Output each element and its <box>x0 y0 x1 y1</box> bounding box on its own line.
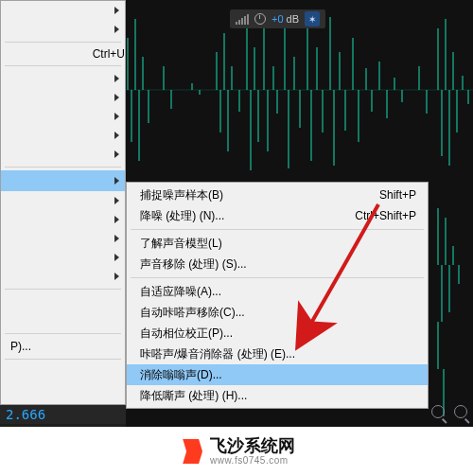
menu-item-noise-reduction[interactable] <box>1 170 125 191</box>
menu-separator <box>5 65 121 66</box>
submenu-sound-remover[interactable]: 声音移除 (处理) (S)... <box>127 254 428 274</box>
watermark-footer: 飞沙系统网 www.fs0745.com <box>0 427 473 476</box>
chevron-right-icon <box>114 197 119 204</box>
clock-icon[interactable] <box>254 13 266 25</box>
chevron-right-icon <box>114 273 119 280</box>
zoom-controls <box>431 405 467 418</box>
menu-item[interactable] <box>1 145 125 164</box>
menu-separator <box>5 42 121 43</box>
primary-context-menu[interactable]: Ctrl+U P)... <box>0 0 126 405</box>
chevron-right-icon <box>114 150 119 158</box>
chevron-right-icon <box>114 254 119 261</box>
submenu-learn-sound-model[interactable]: 了解声音模型(L) <box>127 233 428 254</box>
db-readout: +0 dB <box>272 13 299 25</box>
chevron-right-icon <box>114 216 119 223</box>
menu-item[interactable] <box>1 126 125 145</box>
menu-separator <box>131 229 424 230</box>
submenu-adaptive-noise-reduction[interactable]: 自适应降噪(A)... <box>127 281 428 302</box>
level-meter-icon <box>236 13 249 25</box>
submenu-noise-reduction-process[interactable]: 降噪 (处理) (N)... Ctrl+Shift+P <box>127 205 428 226</box>
menu-separator <box>5 359 121 360</box>
submenu-auto-phase-correction[interactable]: 自动相位校正(P)... <box>127 323 428 344</box>
chevron-right-icon <box>114 132 119 139</box>
chevron-right-icon <box>114 26 119 33</box>
zoom-out-icon[interactable] <box>431 405 445 418</box>
menu-separator <box>5 289 121 290</box>
menu-item[interactable] <box>1 88 125 107</box>
menu-separator <box>131 277 424 278</box>
menu-item[interactable] <box>1 20 125 39</box>
menu-item[interactable] <box>1 362 125 381</box>
submenu-dehummer[interactable]: 消除嗡嗡声(D)... <box>127 364 428 385</box>
pin-button[interactable]: ✶ <box>305 11 320 26</box>
submenu-click-pop-eliminator[interactable]: 咔嗒声/爆音消除器 (处理) (E)... <box>127 344 428 364</box>
watermark-url: www.fs0745.com <box>210 455 295 466</box>
menu-item[interactable] <box>1 107 125 126</box>
watermark-title: 飞沙系统网 <box>210 437 295 456</box>
submenu-auto-click-remover[interactable]: 自动咔嗒声移除(C)... <box>127 302 428 323</box>
chevron-right-icon <box>114 113 119 120</box>
menu-item[interactable] <box>1 267 125 286</box>
menu-item-p[interactable]: P)... <box>1 337 125 356</box>
hud-toolbar: +0 dB ✶ <box>230 9 325 28</box>
menu-item[interactable] <box>1 191 125 210</box>
chevron-right-icon <box>114 177 119 185</box>
noise-reduction-submenu[interactable]: 捕捉噪声样本(B) Shift+P 降噪 (处理) (N)... Ctrl+Sh… <box>126 182 429 409</box>
menu-item-ctrl-u[interactable]: Ctrl+U <box>1 45 125 62</box>
submenu-capture-noise-print[interactable]: 捕捉噪声样本(B) Shift+P <box>127 185 428 205</box>
chevron-right-icon <box>114 94 119 101</box>
submenu-dehiss[interactable]: 降低嘶声 (处理) (H)... <box>127 385 428 406</box>
menu-item[interactable] <box>1 248 125 267</box>
chevron-right-icon <box>114 235 119 242</box>
menu-item[interactable] <box>1 69 125 88</box>
waveform-graphic <box>126 0 473 189</box>
zoom-in-icon[interactable] <box>454 405 467 418</box>
menu-separator <box>5 167 121 167</box>
watermark-logo-icon <box>178 439 202 464</box>
chevron-right-icon <box>114 75 119 82</box>
menu-item[interactable] <box>1 311 125 330</box>
timecode-display: 2.666 <box>0 405 126 424</box>
menu-item[interactable] <box>1 229 125 248</box>
menu-separator <box>5 333 121 334</box>
menu-item[interactable] <box>1 1 125 20</box>
chevron-right-icon <box>114 7 119 14</box>
menu-item[interactable] <box>1 292 125 311</box>
menu-item[interactable] <box>1 210 125 229</box>
